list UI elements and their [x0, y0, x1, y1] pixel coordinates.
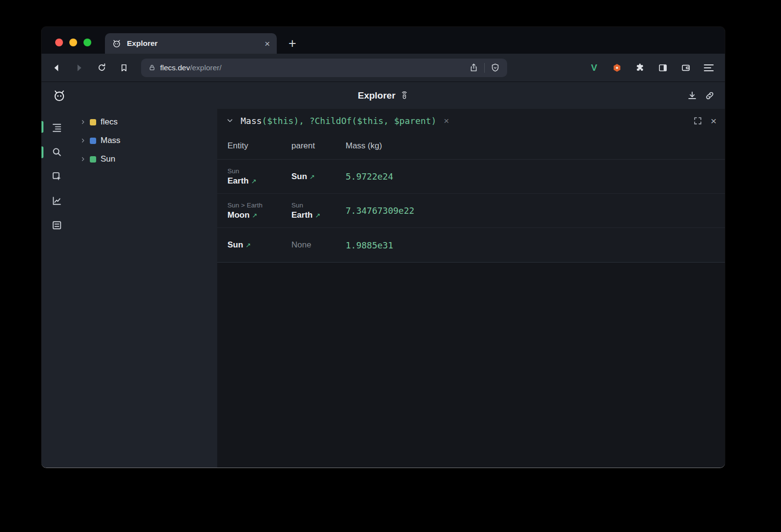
parent-path: Sun: [291, 202, 346, 209]
active-panel-indicator-entities: [41, 121, 43, 133]
tree-item-label: flecs: [101, 117, 118, 127]
extensions-button[interactable]: [632, 59, 648, 77]
download-button[interactable]: [687, 90, 698, 101]
entity-tree-panel: flecs Mass Sun: [72, 109, 217, 468]
query-clear-button[interactable]: ×: [444, 116, 449, 125]
url-text: flecs.dev/explorer/: [160, 63, 222, 72]
link-icon: [704, 90, 715, 101]
panel-icon-rail: [41, 109, 72, 468]
entity-color-swatch: [90, 156, 96, 163]
tab-close-button[interactable]: ×: [265, 39, 270, 48]
url-bar[interactable]: flecs.dev/explorer/: [141, 59, 507, 77]
chevron-right-icon[interactable]: [80, 137, 86, 144]
app-header-actions: [687, 90, 717, 101]
tree-item-sun[interactable]: Sun: [72, 150, 217, 168]
parent-link[interactable]: Earth ↗: [291, 210, 346, 220]
entity-link[interactable]: Earth ↗: [227, 176, 291, 186]
stats-panel-button[interactable]: [51, 194, 63, 207]
entity-cell: Sun ↗: [227, 240, 291, 250]
parent-none-label: None: [291, 240, 346, 250]
entity-color-swatch: [90, 119, 96, 125]
share-button[interactable]: [469, 63, 478, 72]
new-tab-button[interactable]: +: [284, 35, 301, 52]
vue-devtools-icon: V: [591, 62, 597, 73]
entity-parent-path: Sun > Earth: [227, 202, 291, 209]
entity-link[interactable]: Moon ↗: [227, 210, 291, 220]
tree-outline-icon: [51, 122, 62, 133]
puzzle-icon: [635, 63, 645, 73]
app-header: Explorer: [41, 82, 725, 109]
forward-icon: [74, 62, 84, 73]
vue-devtools-button[interactable]: V: [586, 59, 602, 77]
external-link-icon: ↗: [246, 242, 251, 249]
parent-link[interactable]: Sun ↗: [291, 172, 346, 182]
wallet-icon: [681, 63, 691, 73]
menu-icon: [704, 64, 714, 72]
external-link-icon: ↗: [252, 212, 257, 219]
column-header-mass: Mass (kg): [346, 141, 725, 151]
search-icon: [51, 146, 62, 158]
chevron-right-icon[interactable]: [80, 119, 86, 125]
download-icon: [687, 90, 698, 101]
fullscreen-icon: [693, 116, 702, 125]
chevron-right-icon[interactable]: [80, 156, 86, 163]
wallet-button[interactable]: [678, 59, 694, 77]
table-row: Sun ↗ None 1.9885e31: [217, 228, 725, 262]
brave-shield-icon: [491, 62, 500, 73]
reload-button[interactable]: [92, 59, 111, 77]
url-bar-divider: [484, 63, 485, 73]
brave-rewards-button[interactable]: [609, 59, 625, 77]
entities-panel-button[interactable]: [51, 121, 63, 134]
app-content: flecs Mass Sun: [41, 109, 725, 468]
parent-cell: None: [291, 240, 346, 250]
mass-value: 5.9722e24: [346, 171, 725, 182]
forward-button[interactable]: [70, 59, 88, 77]
query-term-green: ($this), ?ChildOf($this, $parent): [262, 116, 436, 126]
external-link-icon: ↗: [315, 212, 320, 219]
brave-shield-button[interactable]: [491, 62, 500, 73]
query-header: Mass($this), ?ChildOf($this, $parent) × …: [217, 109, 725, 132]
journal-panel-button[interactable]: [51, 219, 63, 231]
browser-menu-button[interactable]: [700, 59, 717, 77]
query-expression[interactable]: Mass($this), ?ChildOf($this, $parent): [241, 116, 436, 126]
entity-color-swatch: [90, 138, 96, 144]
tree-item-label: Mass: [101, 136, 121, 145]
external-link-icon: ↗: [309, 173, 315, 181]
share-link-button[interactable]: [704, 90, 715, 101]
minimize-window-button[interactable]: [69, 39, 77, 46]
column-header-parent: parent: [291, 141, 346, 151]
results-table-header: Entity parent Mass (kg): [217, 132, 725, 160]
parent-cell: Sun ↗: [291, 172, 346, 182]
tree-item-flecs[interactable]: flecs: [72, 113, 217, 131]
share-icon: [469, 63, 478, 72]
close-window-button[interactable]: [55, 39, 63, 46]
active-panel-indicator-query: [41, 146, 43, 158]
query-header-actions: ×: [693, 116, 717, 126]
query-panel-button[interactable]: [51, 145, 63, 158]
tab-strip: Explorer × +: [41, 27, 725, 54]
reload-icon: [97, 62, 107, 73]
collapse-chevron-icon[interactable]: [226, 116, 234, 125]
sidebar-icon: [658, 63, 668, 73]
sidebar-toggle-button[interactable]: [655, 59, 671, 77]
zoom-window-button[interactable]: [83, 39, 91, 46]
back-button[interactable]: [47, 59, 66, 77]
inspector-panel-button[interactable]: [51, 170, 63, 183]
app-title-group: Explorer: [358, 90, 409, 101]
tab-title: Explorer: [127, 39, 265, 48]
browser-tab-explorer[interactable]: Explorer ×: [105, 33, 277, 54]
tree-item-mass[interactable]: Mass: [72, 131, 217, 150]
back-icon: [51, 62, 62, 73]
entity-cell: Sun Earth ↗: [227, 167, 291, 186]
external-link-icon: ↗: [251, 178, 256, 185]
bookmark-button[interactable]: [115, 59, 133, 77]
lock-icon[interactable]: [148, 64, 156, 71]
mass-value: 1.9885e31: [346, 240, 725, 250]
remote-icon[interactable]: [400, 90, 409, 101]
fullscreen-button[interactable]: [693, 116, 702, 125]
url-domain: flecs.dev: [160, 63, 190, 72]
entity-link[interactable]: Sun ↗: [227, 240, 291, 250]
browser-toolbar: flecs.dev/explorer/ V: [41, 54, 725, 82]
query-close-button[interactable]: ×: [711, 116, 717, 126]
traffic-lights: [55, 39, 91, 46]
